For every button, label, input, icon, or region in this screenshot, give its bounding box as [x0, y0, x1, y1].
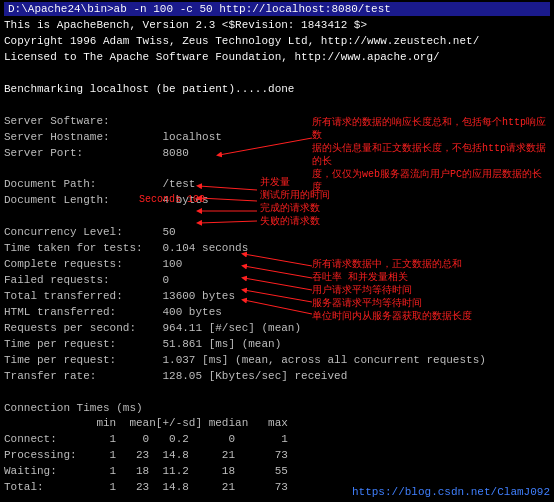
- terminal-line-23: [4, 385, 550, 401]
- terminal-line-10: Document Path: /test: [4, 177, 550, 193]
- terminal-output: This is ApacheBench, Version 2.3 <$Revis…: [4, 18, 550, 502]
- terminal-line-15: Complete requests: 100: [4, 257, 550, 273]
- terminal-line-8: Server Port: 8080: [4, 146, 550, 162]
- terminal-line-19: Requests per second: 964.11 [#/sec] (mea…: [4, 321, 550, 337]
- terminal-line-18: HTML transferred: 400 bytes: [4, 305, 550, 321]
- terminal-line-14: Time taken for tests: 0.104 seconds: [4, 241, 550, 257]
- terminal-line-2: Licensed to The Apache Software Foundati…: [4, 50, 550, 66]
- terminal-line-13: Concurrency Level: 50: [4, 225, 550, 241]
- terminal-line-7: Server Hostname: localhost: [4, 130, 550, 146]
- terminal-line-0: This is ApacheBench, Version 2.3 <$Revis…: [4, 18, 550, 34]
- content-area: This is ApacheBench, Version 2.3 <$Revis…: [4, 18, 550, 502]
- terminal-line-4: Benchmarking localhost (be patient).....…: [4, 82, 550, 98]
- terminal-line-24: Connection Times (ms): [4, 401, 550, 417]
- terminal-line-11: Document Length: 4 bytes: [4, 193, 550, 209]
- terminal-line-20: Time per request: 51.861 [ms] (mean): [4, 337, 550, 353]
- terminal-line-25: min mean[+/-sd] median max: [4, 416, 550, 432]
- terminal-line-3: [4, 66, 550, 82]
- terminal-line-27: Processing: 1 23 14.8 21 73: [4, 448, 550, 464]
- title-bar: D:\Apache24\bin>ab -n 100 -c 50 http://l…: [4, 2, 550, 16]
- terminal-line-6: Server Software:: [4, 114, 550, 130]
- terminal-line-17: Total transferred: 13600 bytes: [4, 289, 550, 305]
- terminal-line-9: [4, 161, 550, 177]
- terminal-line-28: Waiting: 1 18 11.2 18 55: [4, 464, 550, 480]
- terminal-line-26: Connect: 1 0 0.2 0 1: [4, 432, 550, 448]
- terminal-line-1: Copyright 1996 Adam Twiss, Zeus Technolo…: [4, 34, 550, 50]
- terminal-line-16: Failed requests: 0: [4, 273, 550, 289]
- terminal-line-5: [4, 98, 550, 114]
- terminal-line-22: Transfer rate: 128.05 [Kbytes/sec] recei…: [4, 369, 550, 385]
- watermark: https://blog.csdn.net/ClamJ092: [352, 486, 550, 498]
- terminal-window: D:\Apache24\bin>ab -n 100 -c 50 http://l…: [0, 0, 554, 502]
- terminal-line-21: Time per request: 1.037 [ms] (mean, acro…: [4, 353, 550, 369]
- terminal-line-12: [4, 209, 550, 225]
